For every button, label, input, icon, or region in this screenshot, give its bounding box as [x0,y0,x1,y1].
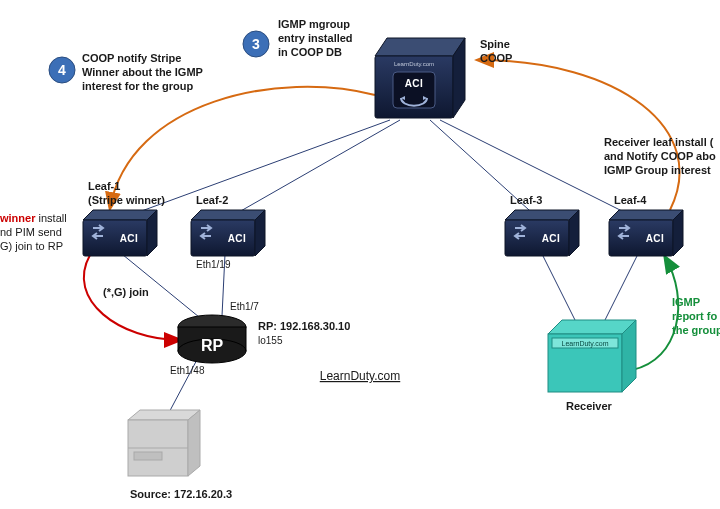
rp-port-down: Eth1/48 [170,365,205,376]
step3-line1: IGMP mgroup [278,18,350,30]
leaf1-sub: (Stripe winner) [88,194,165,206]
spine-device: LearnDuty.com ACI [375,38,465,118]
leaf3-device: ACI [505,210,579,256]
step3-line2: entry installed [278,32,353,44]
spine-brand: LearnDuty.com [394,61,434,67]
svg-marker-29 [188,410,200,476]
receiver-brand: LearnDuty.com [562,340,609,348]
rp-address: RP: 192.168.30.10 [258,320,350,332]
leaf1-device: ACI [83,210,157,256]
svg-text:ACI: ACI [405,78,424,89]
network-diagram: 3 IGMP mgroup entry installed in COOP DB… [0,0,720,509]
right-note-l2: and Notify COOP abo [604,150,716,162]
rp-lo: lo155 [258,335,283,346]
arrow-notify-coop [478,60,680,210]
igmp-note-l2: report fo [672,310,718,322]
aci-icon: ACI [393,72,435,108]
svg-marker-11 [191,210,265,220]
right-note-l1: Receiver leaf install ( [604,136,714,148]
link-spine-leaf2 [225,120,400,220]
rp-port-up: Eth1/7 [230,301,259,312]
right-note-l3: IGMP Group interest [604,164,711,176]
step4-line3: interest for the group [82,80,194,92]
step4-line2: Winner about the IGMP [82,66,203,78]
spine-label: Spine [480,38,510,50]
svg-text:ACI: ACI [120,233,139,244]
step3-badge: 3 [243,31,269,57]
left-note-l3: G) join to RP [0,240,63,252]
svg-text:ACI: ACI [646,233,665,244]
svg-marker-7 [83,210,157,220]
svg-text:ACI: ACI [542,233,561,244]
left-note-l1: winner install [0,212,67,224]
arrow-step4 [110,87,375,208]
rp-router: RP [178,315,246,363]
svg-marker-32 [548,320,636,334]
step4-num: 4 [58,62,66,78]
spine-sub: COOP [480,52,512,64]
step4-line1: COOP notify Stripe [82,52,181,64]
leaf2-label: Leaf-2 [196,194,228,206]
leaf1-label: Leaf-1 [88,180,120,192]
svg-marker-19 [609,210,683,220]
svg-text:ACI: ACI [228,233,247,244]
receiver-device: LearnDuty.com [548,320,636,392]
leaf4-label: Leaf-4 [614,194,647,206]
source-address: Source: 172.16.20.3 [130,488,232,500]
footer-link[interactable]: LearnDuty.com [320,369,400,383]
leaf3-label: Leaf-3 [510,194,542,206]
leaf4-device: ACI [609,210,683,256]
step3-line3: in COOP DB [278,46,342,58]
left-note-l2: nd PIM send [0,226,62,238]
svg-text:RP: RP [201,337,224,354]
leaf2-device: ACI [191,210,265,256]
step4-badge: 4 [49,57,75,83]
svg-rect-30 [134,452,162,460]
svg-marker-15 [505,210,579,220]
receiver-label: Receiver [566,400,613,412]
igmp-note-l1: IGMP [672,296,700,308]
step3-num: 3 [252,36,260,52]
link-leaf4-receiver [600,250,640,330]
igmp-note-l3: the group [672,324,720,336]
svg-marker-2 [375,38,465,56]
leaf2-port: Eth1/19 [196,259,231,270]
join-label: (*,G) join [103,286,149,298]
link-leaf3-receiver [540,250,580,330]
source-server [128,410,200,476]
